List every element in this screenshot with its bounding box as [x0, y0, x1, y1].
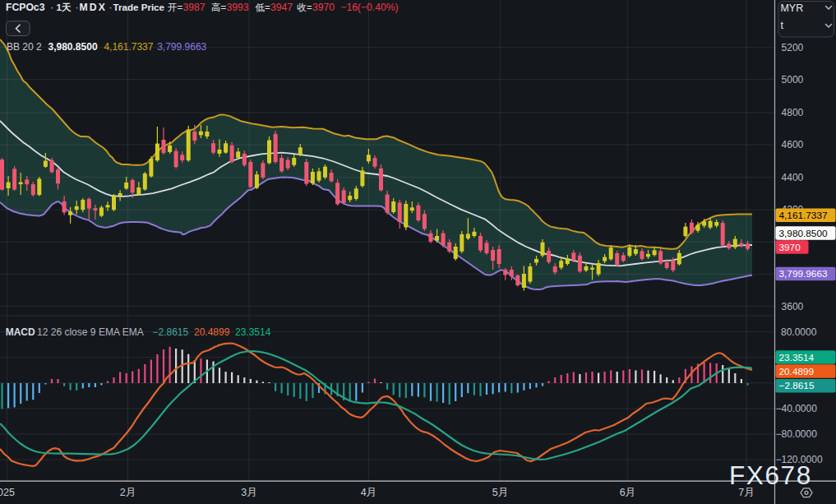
svg-text:5000: 5000: [782, 74, 804, 86]
svg-text:6月: 6月: [620, 487, 635, 498]
svg-text:2月: 2月: [120, 487, 136, 498]
svg-text:4400: 4400: [782, 172, 804, 183]
svg-text:−2.8615: −2.8615: [779, 380, 815, 391]
svg-text:20.4899: 20.4899: [779, 366, 815, 377]
svg-text:4,161.7337: 4,161.7337: [779, 210, 828, 221]
svg-text:BB 20 23,980.85004,161.73373,7: BB 20 23,980.85004,161.73373,799.9663: [7, 41, 207, 53]
svg-text:−40.0000: −40.0000: [776, 403, 818, 414]
svg-text:80.0000: 80.0000: [781, 326, 817, 338]
svg-text:3600: 3600: [782, 301, 804, 312]
svg-text:3,980.8500: 3,980.8500: [779, 228, 828, 239]
svg-text:4800: 4800: [782, 107, 804, 118]
svg-text:3970: 3970: [779, 242, 801, 253]
svg-text:MYR: MYR: [780, 2, 803, 14]
svg-text:3月: 3月: [241, 487, 256, 498]
svg-text:2025: 2025: [0, 487, 15, 498]
svg-text:3,799.9663: 3,799.9663: [779, 268, 828, 280]
svg-text:t: t: [780, 20, 783, 31]
svg-text:FX678: FX678: [729, 460, 812, 490]
svg-text:5200: 5200: [782, 42, 804, 53]
svg-text:4600: 4600: [782, 139, 804, 150]
svg-text:−80.0000: −80.0000: [776, 428, 818, 440]
svg-text:23.3514: 23.3514: [779, 352, 815, 363]
svg-text:4月: 4月: [361, 487, 376, 498]
svg-text:5月: 5月: [492, 487, 508, 498]
